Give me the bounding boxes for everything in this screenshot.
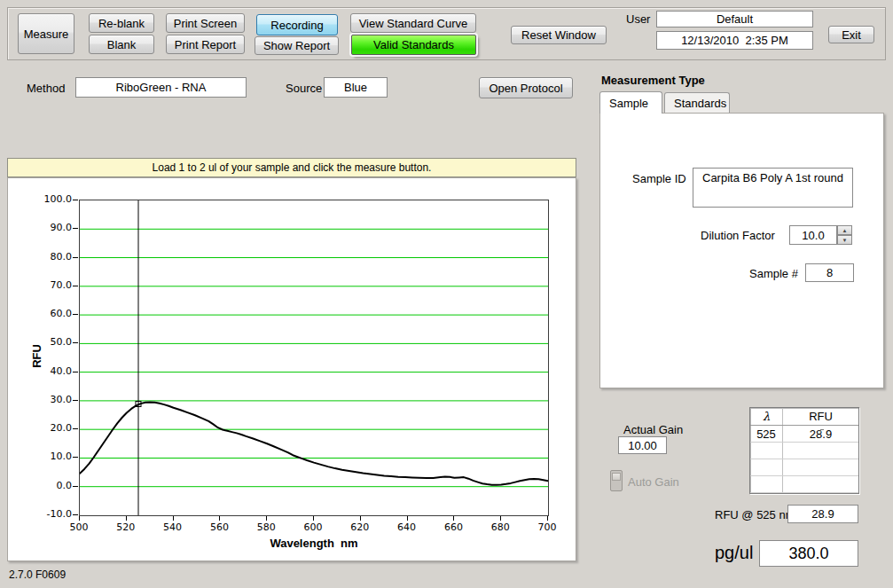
y-tick-mark <box>73 286 78 286</box>
table-empty-row[interactable] <box>750 443 858 459</box>
y-tick-mark <box>73 228 78 229</box>
x-tick-label: 600 <box>295 521 331 533</box>
auto-gain-toggle-knob <box>612 473 621 481</box>
table-cell[interactable] <box>783 476 858 492</box>
rfu-at-wavelength-field: 28.9 <box>787 505 858 523</box>
x-tick-label: 500 <box>61 521 97 533</box>
valid-standards-indicator: Valid Standards <box>351 35 476 55</box>
sample-id-label: Sample ID <box>632 172 686 185</box>
table-header-cell: λ <box>750 408 783 425</box>
application-window: Measure Re-blank Blank Print Screen Prin… <box>0 0 893 588</box>
x-tick-label: 540 <box>155 521 191 533</box>
table-cell[interactable] <box>750 459 783 475</box>
stepper-down-button[interactable]: ▼ <box>837 235 852 245</box>
version-text: 2.7.0 F0609 <box>9 568 66 581</box>
chart-panel: RFU 100.090.080.070.060.050.040.030.020.… <box>7 177 576 561</box>
show-report-button[interactable]: Show Report <box>255 36 339 55</box>
stepper-up-button[interactable]: ▲ <box>837 225 852 235</box>
recording-indicator-button[interactable]: Recording <box>256 14 338 35</box>
actual-gain-field: 10.00 <box>618 436 667 454</box>
y-tick-mark <box>73 314 78 315</box>
tab-sample-label: Sample <box>609 97 648 110</box>
user-field[interactable]: Default <box>656 11 813 27</box>
table-cell[interactable]: 525 <box>750 426 783 442</box>
y-tick-label: 70.0 <box>31 279 72 291</box>
table-cell[interactable] <box>783 443 858 459</box>
auto-gain-toggle[interactable] <box>610 470 623 491</box>
table-empty-row[interactable] <box>750 476 858 493</box>
print-report-button[interactable]: Print Report <box>166 35 245 54</box>
table-header-cell: RFU <box>783 408 858 425</box>
x-axis-title: Wavelength nm <box>79 537 549 550</box>
x-tick-label: 640 <box>389 521 425 533</box>
concentration-field: 380.0 <box>759 540 858 567</box>
sample-number-label: Sample # <box>749 267 798 280</box>
measure-button[interactable]: Measure <box>18 13 74 54</box>
tab-standards-label: Standards <box>674 97 726 110</box>
spectrum-plot <box>80 200 548 515</box>
view-standard-curve-button[interactable]: View Standard Curve <box>350 13 476 33</box>
x-tick-label: 660 <box>435 521 471 533</box>
actual-gain-label: Actual Gain <box>623 423 683 436</box>
dilution-factor-field[interactable]: 10.0 <box>789 225 837 245</box>
measurement-type-title: Measurement Type <box>601 74 705 87</box>
y-tick-label: 20.0 <box>31 422 72 434</box>
datetime-field: 12/13/2010 2:35 PM <box>656 31 813 50</box>
plot-region[interactable] <box>79 200 549 516</box>
y-tick-mark <box>73 457 78 458</box>
y-tick-label: 100.0 <box>31 193 72 205</box>
x-tick-label: 700 <box>529 521 565 533</box>
tab-standards[interactable]: Standards <box>664 92 730 114</box>
method-field[interactable]: RiboGreen - RNA <box>75 77 247 98</box>
table-header-row: λRFU <box>750 408 858 426</box>
wavelength-rfu-table[interactable]: λRFU52528.9 <box>749 407 859 494</box>
y-axis-title-text: RFU <box>30 344 43 368</box>
y-axis-title: RFU <box>29 302 43 409</box>
y-tick-mark <box>73 342 78 343</box>
y-tick-label: 0.0 <box>31 480 72 491</box>
table-empty-row[interactable] <box>750 459 858 476</box>
table-cell[interactable] <box>750 443 783 459</box>
dilution-factor-stepper: ▲ ▼ <box>837 225 852 245</box>
y-tick-mark <box>73 372 78 372</box>
source-label: Source <box>286 82 322 95</box>
blank-button[interactable]: Blank <box>89 35 154 54</box>
table-data-row[interactable]: 52528.9 <box>750 426 858 443</box>
table-cell[interactable] <box>750 476 783 492</box>
open-protocol-button[interactable]: Open Protocol <box>479 77 573 98</box>
y-tick-label: 90.0 <box>31 222 72 233</box>
y-tick-mark <box>73 200 78 200</box>
x-tick-label: 580 <box>248 521 284 533</box>
instruction-banner: Load 1 to 2 ul of your sample and click … <box>7 158 576 177</box>
table-cell[interactable] <box>783 459 858 475</box>
user-label: User <box>626 12 650 26</box>
print-screen-button[interactable]: Print Screen <box>166 13 245 33</box>
tab-sample[interactable]: Sample <box>599 91 662 114</box>
y-tick-label: 10.0 <box>31 451 72 462</box>
auto-gain-label: Auto Gain <box>628 475 679 489</box>
x-tick-label: 520 <box>108 521 144 533</box>
dilution-factor-label: Dilution Factor <box>701 229 775 242</box>
y-tick-mark <box>73 257 78 258</box>
rfu-at-wavelength-label: RFU @ 525 nm <box>715 508 795 521</box>
concentration-units-label: pg/ul <box>715 543 753 563</box>
y-tick-label: -10.0 <box>31 508 72 520</box>
exit-button[interactable]: Exit <box>828 26 874 43</box>
y-tick-mark <box>73 514 78 515</box>
x-tick-label: 680 <box>482 521 518 533</box>
sample-number-field[interactable]: 8 <box>805 263 854 282</box>
sample-tab-panel <box>599 113 884 388</box>
x-tick-label: 560 <box>201 521 237 533</box>
cell-selection-marker <box>820 429 824 433</box>
y-tick-mark <box>73 486 78 487</box>
y-tick-mark <box>73 400 78 401</box>
y-tick-label: 80.0 <box>31 251 72 263</box>
y-tick-mark <box>73 428 78 429</box>
source-field: Blue <box>324 77 388 98</box>
x-tick-label: 620 <box>342 521 378 533</box>
sample-id-field[interactable]: Carpita B6 Poly A 1st round <box>693 168 853 208</box>
method-label: Method <box>27 82 65 95</box>
table-cell[interactable]: 28.9 <box>783 426 858 442</box>
reset-window-button[interactable]: Reset Window <box>511 26 607 44</box>
re-blank-button[interactable]: Re-blank <box>89 13 154 33</box>
